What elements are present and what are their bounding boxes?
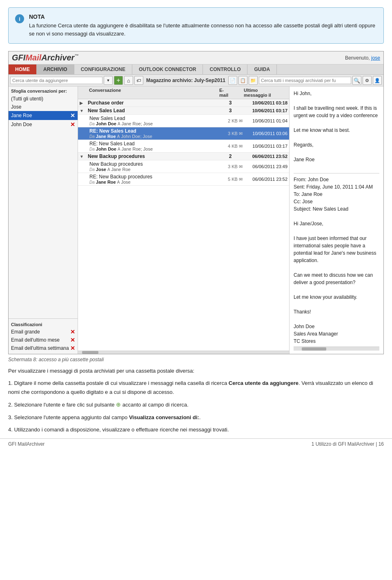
archive-label: Magazzino archivio: July-Sep2011 [145, 78, 227, 83]
caption: Schermata 8: accesso a più cassette post… [8, 357, 384, 362]
logo-mail: Mail [25, 53, 41, 62]
horizontal-scrollbar[interactable] [78, 351, 289, 354]
sig2: Sales Area Manager [294, 330, 379, 338]
remove-jane-btn[interactable]: ✕ [70, 112, 75, 119]
preview-line2: I shall be travelling next week. If this… [294, 104, 379, 119]
dropdown-btn[interactable]: ▼ [104, 76, 113, 85]
body-text-section: Per visualizzare i messaggi di posta arc… [8, 367, 384, 434]
email-preview-panel: Hi John, I shall be travelling next week… [290, 87, 383, 354]
body3: Can we meet to discuss how we can delive… [294, 271, 379, 286]
step2: 2. Selezionare l'utente e fare clic sul … [8, 400, 384, 410]
tag-icon-btn[interactable]: 🏷 [134, 76, 143, 85]
note-box: i NOTA La funzione Cerca utente da aggiu… [8, 7, 384, 44]
archive-icon-btn3[interactable]: 📁 [249, 76, 258, 85]
table-header: Conversazione E-mail Ultimomessaggio il [78, 87, 289, 99]
search-user-input[interactable] [10, 77, 102, 84]
user-icon-btn[interactable]: 👤 [373, 76, 382, 85]
meta-subject: Subject: New Sales Lead [294, 205, 379, 213]
expand-sales-icon[interactable]: ▼ [80, 109, 88, 113]
top-bar: GFI Mail Archiver™ Benvenuto, jose [9, 51, 383, 64]
footer-left: GFI MailArchiver [8, 441, 45, 447]
logo-archiver: Archiver™ [41, 53, 78, 62]
expand-purchase-icon[interactable]: ▶ [80, 101, 88, 105]
email-new-sales-lead-1[interactable]: New Sales Lead Da John Doe A Jane Roe; J… [78, 115, 289, 127]
email-body: Hi John, I shall be travelling next week… [294, 90, 379, 345]
browse-label: Sfoglia conversazioni per: [9, 87, 78, 95]
remove-johndoe-btn[interactable]: ✕ [70, 121, 75, 128]
email-backup-2[interactable]: RE: New Backup procedures Da Jane Roe A … [78, 173, 289, 186]
nav-bar: HOME ARCHIVIO CONFIGURAZIONE OUTLOOK CON… [9, 64, 383, 75]
classifications-section: Classificazioni Email grande ✕ Email del… [9, 318, 78, 354]
sidebar-user-johndoe[interactable]: John Doe ✕ [9, 120, 78, 129]
home-icon-btn[interactable]: ⌂ [124, 76, 133, 85]
group-backup-name: New Backup procedures [88, 153, 218, 159]
group-purchase-order-name: Purchase order [88, 100, 218, 106]
sig1: John Doe [294, 323, 379, 330]
body5: Thanks! [294, 308, 379, 316]
email-re-new-sales-lead-2[interactable]: RE: New Sales Lead Da John Doe A Jane Ro… [78, 140, 289, 153]
info-icon: i [15, 14, 24, 23]
logo-gfi: GFI [12, 53, 25, 62]
welcome-text: Benvenuto, jose [345, 55, 380, 61]
meta-to: To: Jane Roe [294, 191, 379, 198]
preview-line3: Let me know what is best. [294, 127, 379, 134]
archive-icon-btn1[interactable]: 📄 [228, 76, 237, 85]
remove-last-month-btn[interactable]: ✕ [70, 337, 75, 343]
preview-sender: Jane Roe [294, 156, 379, 163]
classification-last-month[interactable]: Email dell'ultimo mese ✕ [9, 336, 78, 344]
preview-regards: Regards, [294, 141, 379, 149]
global-search-input[interactable] [259, 77, 351, 84]
search-options-btn[interactable]: ⚙ [363, 76, 372, 85]
note-title: NOTA [29, 13, 377, 20]
sig3: TC Stores [294, 338, 379, 345]
footer: GFI MailArchiver 1 Utilizzo di GFI MailA… [0, 438, 392, 449]
body1: Hi Jane/Jose, [294, 220, 379, 227]
meta-sent: Sent: Friday, June 10, 2011 1:04 AM [294, 183, 379, 191]
app-window: GFI Mail Archiver™ Benvenuto, jose HOME … [8, 51, 384, 354]
step3: 3. Selezionare l'utente appena aggiunto … [8, 413, 384, 422]
body2: I have just been informed that our inter… [294, 235, 379, 264]
classification-last-week[interactable]: Email dell'ultima settimana ✕ [9, 344, 78, 352]
nav-guida[interactable]: GUIDA [247, 64, 277, 74]
preview-scrollbar-thumb[interactable] [302, 347, 326, 351]
classifications-label: Classificazioni [9, 320, 78, 328]
meta-cc: Cc: Jose [294, 198, 379, 205]
classification-large-email[interactable]: Email grande ✕ [9, 328, 78, 336]
toolbar-strip: ▼ + ⌂ 🏷 Magazzino archivio: July-Sep2011… [9, 75, 383, 87]
nav-configurazione[interactable]: CONFIGURAZIONE [74, 64, 132, 74]
preview-scrollbar[interactable] [294, 347, 379, 351]
note-text: La funzione Cerca utente da aggiungere è… [29, 22, 377, 38]
nav-home[interactable]: HOME [9, 64, 37, 74]
group-new-backup[interactable]: ▼ New Backup procedures 2 06/06/2011 23:… [78, 153, 289, 160]
nav-archivio[interactable]: ARCHIVIO [37, 64, 74, 74]
group-purchase-order[interactable]: ▶ Purchase order 3 10/06/2011 03:18 [78, 99, 289, 107]
sidebar: Sfoglia conversazioni per: (Tutti gli ut… [9, 87, 78, 354]
step1: 1. Digitare il nome della cassetta posta… [8, 379, 384, 397]
step4: 4. Utilizzando i comandi a disposizione,… [8, 425, 384, 434]
group-new-sales-lead[interactable]: ▼ New Sales Lead 3 10/06/2011 03:17 [78, 107, 289, 115]
expand-backup-icon[interactable]: ▼ [80, 154, 88, 159]
footer-right: 1 Utilizzo di GFI MailArchiver | 16 [312, 441, 384, 447]
scrollbar-thumb[interactable] [82, 351, 98, 354]
intro-text: Per visualizzare i messaggi di posta arc… [8, 367, 384, 376]
body4: Let me know your availability. [294, 293, 379, 301]
preview-line1: Hi John, [294, 90, 379, 97]
sidebar-user-jose[interactable]: Jose [9, 103, 78, 111]
app-logo: GFI Mail Archiver™ [12, 53, 78, 62]
conversation-panel: Conversazione E-mail Ultimomessaggio il … [78, 87, 290, 354]
conversation-list: ▶ Purchase order 3 10/06/2011 03:18 ▼ Ne… [78, 99, 289, 351]
nav-outlook[interactable]: OUTLOOK CONNECTOR [132, 64, 203, 74]
sidebar-user-all[interactable]: (Tutti gli utenti) [9, 95, 78, 103]
sidebar-user-jane[interactable]: Jane Roe ✕ [9, 111, 78, 120]
archive-icon-btn2[interactable]: 📋 [238, 76, 247, 85]
remove-large-email-btn[interactable]: ✕ [70, 329, 75, 335]
email-backup-1[interactable]: New Backup procedures Da Jose A Jane Roe… [78, 160, 289, 173]
add-user-button[interactable]: + [114, 76, 123, 85]
note-content: NOTA La funzione Cerca utente da aggiung… [29, 13, 377, 38]
email-re-new-sales-lead-1[interactable]: RE: New Sales Lead Da Jane Roe A John Do… [78, 127, 289, 140]
remove-last-week-btn[interactable]: ✕ [70, 345, 75, 351]
welcome-user-link[interactable]: jose [371, 55, 380, 61]
nav-controllo[interactable]: CONTROLLO [203, 64, 247, 74]
meta-from: From: John Doe [294, 176, 379, 183]
search-submit-btn[interactable]: 🔍 [352, 76, 361, 85]
